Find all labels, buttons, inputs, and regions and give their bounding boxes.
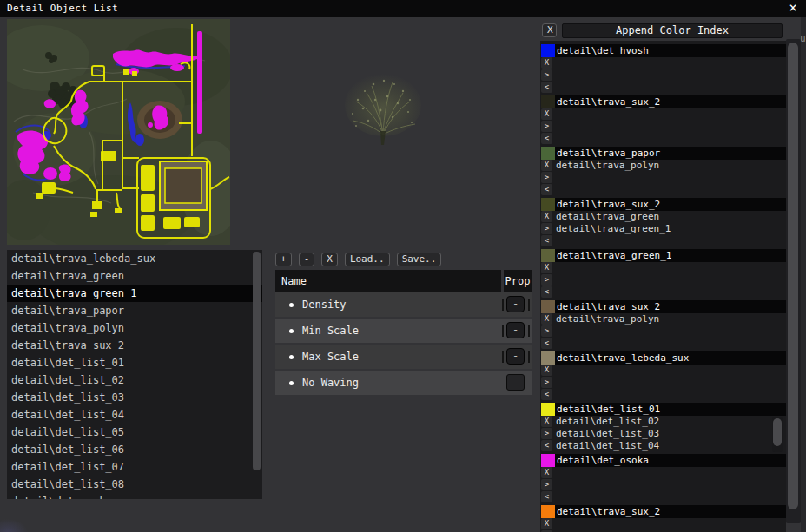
entry-slot: > [540, 377, 786, 389]
color-swatch[interactable] [541, 454, 555, 467]
color-panel-clear-button[interactable]: X [542, 23, 557, 37]
min-scale-decrement-button[interactable]: - [506, 322, 525, 338]
color-swatch[interactable] [541, 403, 555, 416]
entry-move-right-button[interactable]: > [541, 428, 552, 439]
color-entry-name[interactable]: detail\det_list_01 [555, 403, 786, 416]
entry-move-left-button[interactable]: < [541, 82, 552, 93]
color-entry-name[interactable]: detail\trava_sux_2 [555, 95, 786, 108]
property-row-no-waving[interactable]: No Waving [275, 371, 532, 397]
list-item[interactable]: detail\det_list_08 [7, 476, 262, 493]
minimap-preview[interactable] [7, 19, 230, 245]
list-item[interactable]: detail\trava_papor [7, 302, 262, 319]
entry-slot: X [540, 57, 786, 69]
entry-move-right-button[interactable]: > [541, 121, 552, 132]
entry-scrollbar[interactable] [772, 417, 783, 452]
entry-move-right-button[interactable]: > [541, 479, 552, 490]
entry-move-left-button[interactable]: < [541, 338, 552, 349]
add-button[interactable]: + [275, 253, 292, 266]
color-entry-name[interactable]: detail\trava_sux_2 [555, 198, 786, 211]
color-entry: detail\det_osoka X > < [540, 454, 786, 505]
list-item[interactable]: detail\det_list_06 [7, 441, 262, 458]
list-item[interactable]: detail\det_list_02 [7, 371, 262, 389]
density-decrement-button[interactable]: - [506, 296, 525, 312]
append-color-index-button[interactable]: Append Color Index [562, 23, 783, 38]
save-button[interactable]: Save.. [397, 253, 442, 266]
entry-move-left-button[interactable]: < [541, 133, 552, 144]
entry-slot: X detail\trava_polyn [540, 313, 786, 325]
entry-move-left-button[interactable]: < [541, 440, 552, 451]
entry-delete-button[interactable]: X [541, 416, 552, 427]
remove-button[interactable]: - [299, 253, 315, 266]
entry-delete-button[interactable]: X [541, 262, 552, 273]
entry-delete-button[interactable]: X [541, 160, 552, 171]
load-button[interactable]: Load.. [345, 253, 390, 266]
color-swatch[interactable] [541, 147, 555, 160]
color-entry-name[interactable]: detail\trava_green_1 [555, 249, 786, 262]
background-peek-text: u [801, 33, 806, 44]
entry-slot: X [540, 467, 786, 479]
list-item[interactable]: detail\det_list_04 [7, 406, 262, 424]
entry-delete-button[interactable]: X [541, 108, 552, 120]
list-item[interactable]: detail\trava_lebeda_sux [7, 250, 262, 267]
entry-move-right-button[interactable]: > [541, 377, 552, 388]
list-item[interactable]: detail\trava_polyn [7, 319, 262, 337]
color-swatch[interactable] [541, 351, 555, 365]
close-icon[interactable]: × [785, 0, 801, 17]
entry-slot: > [540, 172, 786, 184]
color-swatch[interactable] [541, 198, 555, 211]
color-swatch[interactable] [541, 249, 555, 262]
entry-move-right-button[interactable]: > [541, 223, 552, 234]
entry-move-right-button[interactable]: > [541, 325, 552, 337]
no-waving-checkbox[interactable] [506, 374, 525, 391]
max-scale-decrement-button[interactable]: - [506, 348, 525, 365]
entry-move-left-button[interactable]: < [541, 286, 552, 298]
entry-move-left-button[interactable]: < [541, 389, 552, 400]
entry-scrollbar-thumb[interactable] [773, 418, 782, 446]
color-entry-name[interactable]: detail\trava_papor [555, 147, 786, 160]
color-entry-name[interactable]: detail\det_hvosh [555, 44, 786, 57]
color-entry-name[interactable]: detail\trava_sux_2 [555, 505, 786, 518]
color-entry: detail\trava_papor X detail\trava_polyn … [540, 147, 786, 198]
list-item[interactable]: detail\det_list_03 [7, 389, 262, 406]
color-entry: detail\det_hvosh X > < [540, 44, 786, 95]
entry-delete-button[interactable]: X [541, 467, 552, 478]
color-entry-name[interactable]: detail\trava_sux_2 [555, 300, 786, 313]
property-row-max-scale[interactable]: Max Scale - [275, 345, 532, 371]
entry-move-left-button[interactable]: < [541, 491, 552, 502]
color-swatch[interactable] [541, 300, 555, 313]
entry-move-right-button[interactable]: > [541, 274, 552, 286]
entry-slot: < [540, 286, 786, 299]
entry-slot-label: detail\trava_polyn [556, 160, 659, 172]
entry-delete-button[interactable]: X [541, 518, 552, 529]
list-item-selected[interactable]: detail\trava_green_1 [7, 285, 262, 302]
entry-move-left-button[interactable]: < [541, 184, 552, 195]
clear-button[interactable]: X [321, 253, 338, 266]
list-item[interactable]: detail\det_osoka [7, 493, 262, 499]
entry-slot: > detail\trava_green_1 [540, 223, 786, 235]
entry-move-right-button[interactable]: > [541, 172, 552, 183]
window-title: Detail Object List [7, 0, 118, 17]
left-list-scrollbar[interactable] [253, 252, 261, 470]
entry-delete-button[interactable]: X [541, 57, 552, 69]
entry-delete-button[interactable]: X [541, 211, 552, 222]
property-row-min-scale[interactable]: Min Scale - [275, 319, 532, 345]
color-swatch[interactable] [541, 44, 555, 57]
entry-delete-button[interactable]: X [541, 313, 552, 325]
color-index-panel: detail\det_hvosh X > < detail\trava_sux_… [540, 41, 786, 532]
color-entry-name[interactable]: detail\trava_lebeda_sux [555, 351, 786, 365]
color-swatch[interactable] [541, 95, 555, 108]
entry-delete-button[interactable]: X [541, 365, 552, 376]
list-item[interactable]: detail\trava_sux_2 [7, 337, 262, 354]
list-item[interactable]: detail\trava_green [7, 267, 262, 285]
list-item[interactable]: detail\det_list_07 [7, 458, 262, 476]
list-item[interactable]: detail\det_list_01 [7, 354, 262, 371]
color-swatch[interactable] [541, 505, 555, 518]
entry-slot: X [540, 365, 786, 377]
entry-move-left-button[interactable]: < [541, 235, 552, 246]
entry-move-right-button[interactable]: > [541, 69, 552, 81]
list-item[interactable]: detail\det_list_05 [7, 424, 262, 441]
color-entry-name[interactable]: detail\det_osoka [555, 454, 786, 467]
property-row-density[interactable]: Density - [275, 292, 532, 319]
color-panel-scrollbar-thumb[interactable] [788, 43, 798, 509]
color-panel-scrollbar[interactable] [786, 39, 801, 523]
